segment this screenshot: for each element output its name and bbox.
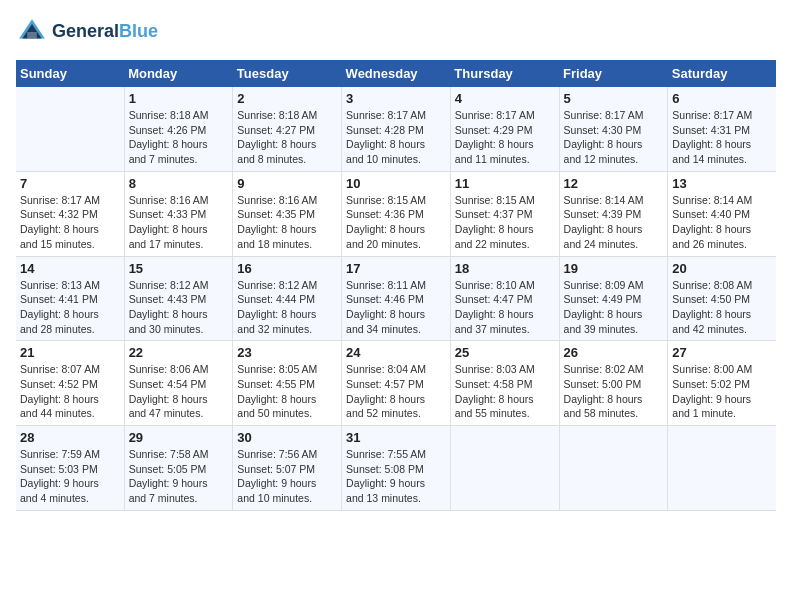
calendar-cell: 15Sunrise: 8:12 AM Sunset: 4:43 PM Dayli… (124, 256, 233, 341)
day-number: 30 (237, 430, 337, 445)
day-number: 12 (564, 176, 664, 191)
calendar-cell: 23Sunrise: 8:05 AM Sunset: 4:55 PM Dayli… (233, 341, 342, 426)
calendar-cell: 31Sunrise: 7:55 AM Sunset: 5:08 PM Dayli… (342, 426, 451, 511)
day-detail: Sunrise: 7:56 AM Sunset: 5:07 PM Dayligh… (237, 447, 337, 506)
day-number: 8 (129, 176, 229, 191)
day-number: 13 (672, 176, 772, 191)
day-number: 26 (564, 345, 664, 360)
day-detail: Sunrise: 8:10 AM Sunset: 4:47 PM Dayligh… (455, 278, 555, 337)
calendar-week-row: 1Sunrise: 8:18 AM Sunset: 4:26 PM Daylig… (16, 87, 776, 171)
day-detail: Sunrise: 8:13 AM Sunset: 4:41 PM Dayligh… (20, 278, 120, 337)
calendar-cell: 20Sunrise: 8:08 AM Sunset: 4:50 PM Dayli… (668, 256, 776, 341)
calendar-cell: 18Sunrise: 8:10 AM Sunset: 4:47 PM Dayli… (450, 256, 559, 341)
svg-rect-2 (27, 32, 37, 38)
logo: GeneralBlue (16, 16, 158, 48)
calendar-cell: 4Sunrise: 8:17 AM Sunset: 4:29 PM Daylig… (450, 87, 559, 171)
day-detail: Sunrise: 8:17 AM Sunset: 4:32 PM Dayligh… (20, 193, 120, 252)
calendar-cell: 2Sunrise: 8:18 AM Sunset: 4:27 PM Daylig… (233, 87, 342, 171)
day-detail: Sunrise: 8:18 AM Sunset: 4:26 PM Dayligh… (129, 108, 229, 167)
day-detail: Sunrise: 8:12 AM Sunset: 4:44 PM Dayligh… (237, 278, 337, 337)
day-number: 18 (455, 261, 555, 276)
day-of-week-header: Friday (559, 60, 668, 87)
day-detail: Sunrise: 8:12 AM Sunset: 4:43 PM Dayligh… (129, 278, 229, 337)
day-number: 20 (672, 261, 772, 276)
day-detail: Sunrise: 8:08 AM Sunset: 4:50 PM Dayligh… (672, 278, 772, 337)
day-detail: Sunrise: 8:17 AM Sunset: 4:29 PM Dayligh… (455, 108, 555, 167)
day-detail: Sunrise: 8:15 AM Sunset: 4:36 PM Dayligh… (346, 193, 446, 252)
day-number: 10 (346, 176, 446, 191)
calendar-cell: 26Sunrise: 8:02 AM Sunset: 5:00 PM Dayli… (559, 341, 668, 426)
day-number: 23 (237, 345, 337, 360)
calendar-cell: 8Sunrise: 8:16 AM Sunset: 4:33 PM Daylig… (124, 171, 233, 256)
day-detail: Sunrise: 7:55 AM Sunset: 5:08 PM Dayligh… (346, 447, 446, 506)
day-of-week-header: Thursday (450, 60, 559, 87)
day-detail: Sunrise: 8:06 AM Sunset: 4:54 PM Dayligh… (129, 362, 229, 421)
day-number: 1 (129, 91, 229, 106)
day-detail: Sunrise: 8:16 AM Sunset: 4:35 PM Dayligh… (237, 193, 337, 252)
calendar-week-row: 21Sunrise: 8:07 AM Sunset: 4:52 PM Dayli… (16, 341, 776, 426)
day-number: 25 (455, 345, 555, 360)
day-detail: Sunrise: 8:14 AM Sunset: 4:39 PM Dayligh… (564, 193, 664, 252)
day-detail: Sunrise: 8:05 AM Sunset: 4:55 PM Dayligh… (237, 362, 337, 421)
calendar-cell (16, 87, 124, 171)
logo-icon (16, 16, 48, 48)
calendar-cell: 10Sunrise: 8:15 AM Sunset: 4:36 PM Dayli… (342, 171, 451, 256)
calendar-cell: 22Sunrise: 8:06 AM Sunset: 4:54 PM Dayli… (124, 341, 233, 426)
calendar-header-row: SundayMondayTuesdayWednesdayThursdayFrid… (16, 60, 776, 87)
calendar-cell: 12Sunrise: 8:14 AM Sunset: 4:39 PM Dayli… (559, 171, 668, 256)
calendar-week-row: 7Sunrise: 8:17 AM Sunset: 4:32 PM Daylig… (16, 171, 776, 256)
calendar-cell: 29Sunrise: 7:58 AM Sunset: 5:05 PM Dayli… (124, 426, 233, 511)
day-number: 14 (20, 261, 120, 276)
calendar-cell: 7Sunrise: 8:17 AM Sunset: 4:32 PM Daylig… (16, 171, 124, 256)
day-number: 5 (564, 91, 664, 106)
day-detail: Sunrise: 8:16 AM Sunset: 4:33 PM Dayligh… (129, 193, 229, 252)
calendar-cell (450, 426, 559, 511)
day-number: 27 (672, 345, 772, 360)
day-number: 28 (20, 430, 120, 445)
day-detail: Sunrise: 7:59 AM Sunset: 5:03 PM Dayligh… (20, 447, 120, 506)
calendar-cell (668, 426, 776, 511)
day-number: 15 (129, 261, 229, 276)
calendar-cell: 28Sunrise: 7:59 AM Sunset: 5:03 PM Dayli… (16, 426, 124, 511)
day-detail: Sunrise: 8:02 AM Sunset: 5:00 PM Dayligh… (564, 362, 664, 421)
day-number: 31 (346, 430, 446, 445)
calendar-cell: 24Sunrise: 8:04 AM Sunset: 4:57 PM Dayli… (342, 341, 451, 426)
day-detail: Sunrise: 8:11 AM Sunset: 4:46 PM Dayligh… (346, 278, 446, 337)
calendar-cell: 1Sunrise: 8:18 AM Sunset: 4:26 PM Daylig… (124, 87, 233, 171)
calendar-cell: 16Sunrise: 8:12 AM Sunset: 4:44 PM Dayli… (233, 256, 342, 341)
day-detail: Sunrise: 8:09 AM Sunset: 4:49 PM Dayligh… (564, 278, 664, 337)
day-number: 2 (237, 91, 337, 106)
calendar-cell: 25Sunrise: 8:03 AM Sunset: 4:58 PM Dayli… (450, 341, 559, 426)
calendar-cell: 17Sunrise: 8:11 AM Sunset: 4:46 PM Dayli… (342, 256, 451, 341)
day-of-week-header: Tuesday (233, 60, 342, 87)
day-detail: Sunrise: 8:14 AM Sunset: 4:40 PM Dayligh… (672, 193, 772, 252)
day-number: 22 (129, 345, 229, 360)
day-number: 3 (346, 91, 446, 106)
logo-text: GeneralBlue (52, 22, 158, 42)
day-detail: Sunrise: 7:58 AM Sunset: 5:05 PM Dayligh… (129, 447, 229, 506)
calendar-cell: 9Sunrise: 8:16 AM Sunset: 4:35 PM Daylig… (233, 171, 342, 256)
day-detail: Sunrise: 8:18 AM Sunset: 4:27 PM Dayligh… (237, 108, 337, 167)
day-number: 4 (455, 91, 555, 106)
day-of-week-header: Saturday (668, 60, 776, 87)
day-number: 6 (672, 91, 772, 106)
calendar-cell: 27Sunrise: 8:00 AM Sunset: 5:02 PM Dayli… (668, 341, 776, 426)
day-detail: Sunrise: 8:17 AM Sunset: 4:30 PM Dayligh… (564, 108, 664, 167)
day-detail: Sunrise: 8:17 AM Sunset: 4:31 PM Dayligh… (672, 108, 772, 167)
day-number: 29 (129, 430, 229, 445)
day-detail: Sunrise: 8:00 AM Sunset: 5:02 PM Dayligh… (672, 362, 772, 421)
day-number: 17 (346, 261, 446, 276)
calendar-cell: 3Sunrise: 8:17 AM Sunset: 4:28 PM Daylig… (342, 87, 451, 171)
calendar-cell: 11Sunrise: 8:15 AM Sunset: 4:37 PM Dayli… (450, 171, 559, 256)
day-number: 9 (237, 176, 337, 191)
day-detail: Sunrise: 8:07 AM Sunset: 4:52 PM Dayligh… (20, 362, 120, 421)
day-number: 7 (20, 176, 120, 191)
calendar-cell (559, 426, 668, 511)
calendar-week-row: 28Sunrise: 7:59 AM Sunset: 5:03 PM Dayli… (16, 426, 776, 511)
day-of-week-header: Monday (124, 60, 233, 87)
calendar-cell: 13Sunrise: 8:14 AM Sunset: 4:40 PM Dayli… (668, 171, 776, 256)
day-detail: Sunrise: 8:15 AM Sunset: 4:37 PM Dayligh… (455, 193, 555, 252)
day-of-week-header: Wednesday (342, 60, 451, 87)
day-number: 24 (346, 345, 446, 360)
day-number: 16 (237, 261, 337, 276)
